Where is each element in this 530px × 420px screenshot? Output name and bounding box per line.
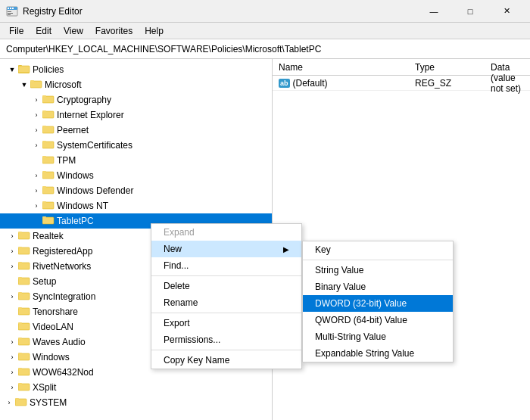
column-name-header: Name [273,62,409,73]
tree-label: Peernet [57,125,89,135]
chevron-right-icon [30,215,42,227]
ctx-permissions[interactable]: Permissions... [151,331,301,348]
folder-icon [42,94,55,106]
menu-file[interactable]: File [3,24,30,38]
tree-label: Windows [57,170,94,181]
svg-rect-5 [8,11,11,12]
registry-type-cell: REG_SZ [409,78,485,89]
svg-rect-46 [18,338,30,345]
svg-rect-20 [42,142,54,148]
tree-item-systemcertificates[interactable]: › SystemCertificates [0,138,272,153]
tree-item-cryptography[interactable]: › Cryptography [0,92,272,107]
tree-label: TPM [57,155,76,166]
svg-rect-43 [18,307,22,309]
submenu-binary-value[interactable]: Binary Value [303,278,453,295]
submenu-multi-string-value[interactable]: Multi-String Value [303,328,453,345]
tree-item-xsplit[interactable]: › XSplit [0,380,272,395]
svg-rect-37 [18,262,22,263]
submenu-expandable-string-value[interactable]: Expandable String Value [303,345,453,362]
svg-rect-3 [10,8,11,9]
chevron-right-icon: › [6,230,18,242]
chevron-down-icon: ▼ [18,79,30,91]
tree-label: Setup [33,276,56,287]
registry-row-default[interactable]: ab (Default) REG_SZ (value not set) [273,76,530,91]
svg-rect-36 [18,263,30,269]
svg-rect-26 [42,187,54,194]
maximize-button[interactable]: □ [453,0,488,23]
tree-item-policies[interactable]: ▼ Policies [0,62,272,77]
svg-rect-48 [18,353,30,360]
folder-icon [18,366,30,378]
svg-rect-54 [15,399,26,406]
submenu: Key String Value Binary Value DWORD (32-… [302,241,454,362]
svg-rect-34 [18,247,30,254]
tree-label: Cryptography [57,95,111,105]
tree-item-windows-defender[interactable]: › Windows Defender [0,183,272,198]
tree-label: RivetNetworks [33,261,91,272]
svg-rect-31 [42,216,46,218]
folder-icon [42,109,55,121]
submenu-key[interactable]: Key [303,241,453,258]
folder-open-icon [42,215,55,227]
ctx-divider-2 [151,313,301,313]
tree-item-internet-explorer[interactable]: › Internet Explorer [0,107,272,123]
ctx-export[interactable]: Export [151,315,301,331]
ctx-divider-1 [151,275,301,276]
tree-label: XSplit [33,382,56,393]
svg-rect-14 [42,96,54,103]
folder-icon [18,245,30,257]
menu-view[interactable]: View [58,24,89,38]
svg-rect-45 [18,322,22,324]
folder-icon [42,200,55,212]
menu-favorites[interactable]: Favorites [89,24,139,38]
tree-item-peernet[interactable]: › Peernet [0,123,272,138]
tree-label: Windows Defender [57,185,133,196]
svg-rect-52 [18,384,30,390]
menu-bar: File Edit View Favorites Help [0,23,530,39]
ctx-copy-key-name[interactable]: Copy Key Name [151,352,301,369]
submenu-string-value[interactable]: String Value [303,262,453,278]
tree-item-tpm[interactable]: TPM [0,153,272,168]
tree-item-windows-nt[interactable]: › Windows NT [0,198,272,213]
menu-help[interactable]: Help [139,24,170,38]
tree-label: Waves Audio [33,337,86,347]
chevron-right-icon: › [30,124,42,136]
svg-rect-23 [42,156,46,157]
tree-label: SYSTEM [30,397,67,408]
folder-icon [42,154,55,166]
svg-rect-38 [18,278,30,285]
svg-rect-53 [18,383,22,384]
svg-rect-15 [42,95,46,97]
menu-edit[interactable]: Edit [30,24,58,38]
folder-icon [18,275,30,288]
app-icon [6,5,18,17]
folder-icon [18,64,30,76]
submenu-qword-value[interactable]: QWORD (64-bit) Value [303,312,453,328]
ctx-find[interactable]: Find... [151,257,301,274]
ctx-rename[interactable]: Rename [151,294,301,311]
minimize-button[interactable]: — [416,0,451,23]
tree-item-system[interactable]: › SYSTEM [0,395,272,410]
submenu-dword-value[interactable]: DWORD (32-bit) Value [303,295,453,312]
ctx-new[interactable]: New ▶ [151,241,301,257]
tree-label: Microsoft [45,79,82,90]
svg-rect-13 [30,80,34,82]
chevron-right-icon: › [6,245,18,257]
folder-icon [18,230,30,242]
tree-item-windows[interactable]: › Windows [0,168,272,183]
folder-icon [18,381,30,394]
svg-rect-11 [18,66,30,73]
close-button[interactable]: ✕ [489,0,524,23]
tree-label: TabletPC [57,216,94,226]
svg-rect-6 [8,13,13,14]
svg-rect-41 [18,292,22,294]
tree-item-microsoft[interactable]: ▼ Microsoft [0,77,272,92]
tree-label: SystemCertificates [57,140,132,151]
svg-rect-18 [42,126,54,133]
svg-rect-2 [8,8,9,9]
svg-rect-21 [42,141,46,142]
folder-icon [18,336,30,348]
svg-rect-51 [18,368,22,369]
ctx-delete[interactable]: Delete [151,278,301,294]
folder-icon [18,306,30,318]
